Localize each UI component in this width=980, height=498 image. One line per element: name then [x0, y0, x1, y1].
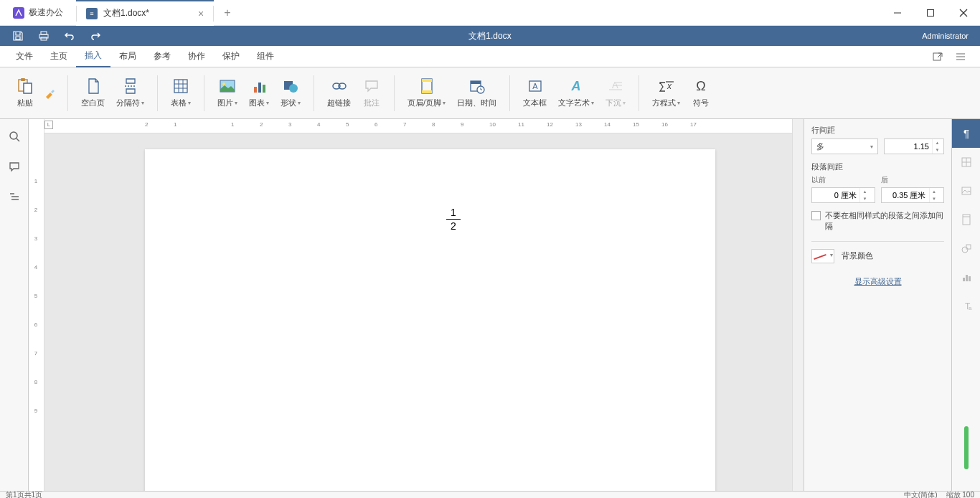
save-icon[interactable]: [11, 29, 24, 42]
table-label: 表格: [171, 98, 187, 108]
svg-rect-31: [422, 90, 432, 93]
svg-text:A: A: [532, 82, 538, 90]
zoom-status[interactable]: 缩放 100: [946, 491, 974, 498]
text-art-label: 文字艺术: [558, 98, 590, 108]
new-tab-button[interactable]: +: [214, 6, 240, 19]
menu-protect[interactable]: 保护: [214, 46, 248, 67]
svg-rect-4: [41, 32, 47, 34]
paragraph-settings-icon[interactable]: ¶: [952, 119, 981, 148]
svg-rect-23: [258, 83, 261, 93]
shape-settings-icon[interactable]: [952, 234, 981, 263]
equation-label: 方程式: [652, 98, 676, 108]
date-time-button[interactable]: 日期、时间: [451, 75, 502, 111]
table-button[interactable]: 表格▾: [165, 75, 197, 111]
menu-insert[interactable]: 插入: [76, 46, 110, 67]
svg-rect-61: [969, 276, 971, 281]
search-icon[interactable]: [7, 129, 22, 144]
shape-icon: [282, 77, 299, 95]
svg-rect-59: [963, 278, 965, 281]
maximize-button[interactable]: [914, 0, 947, 26]
comment-icon: [363, 77, 380, 95]
symbol-button[interactable]: Ω 符号: [686, 75, 716, 111]
svg-rect-24: [263, 85, 265, 93]
page-info[interactable]: 第1页共1页: [6, 491, 42, 498]
language-status[interactable]: 中文(简体): [904, 491, 938, 498]
close-window-button[interactable]: [947, 0, 980, 26]
drop-cap-button: A 下沉▾: [600, 75, 631, 111]
text-box-button[interactable]: A 文本框: [517, 75, 552, 111]
no-space-checkbox[interactable]: [811, 211, 821, 220]
comments-icon[interactable]: [7, 159, 22, 174]
paste-label: 粘贴: [17, 98, 33, 108]
separator-icon: [122, 77, 139, 95]
separator-label: 分隔符: [116, 98, 140, 108]
menu-references[interactable]: 参考: [145, 46, 179, 67]
bg-color-picker[interactable]: [811, 249, 834, 263]
blank-page-label: 空白页: [81, 98, 105, 108]
para-spacing-label: 段落间距: [811, 161, 944, 172]
menu-layout[interactable]: 布局: [110, 46, 145, 67]
view-options-icon[interactable]: [954, 50, 967, 63]
header-user[interactable]: Administrator: [922, 32, 980, 40]
open-location-icon[interactable]: [931, 50, 944, 63]
drop-cap-icon: A: [607, 77, 624, 95]
after-label: 后: [881, 175, 945, 185]
text-art-button[interactable]: A 文字艺术▾: [552, 75, 600, 111]
statusbar: 第1页共1页 中文(简体) 缩放 100: [0, 491, 980, 498]
app-tab[interactable]: 极速办公: [0, 0, 76, 26]
svg-point-57: [962, 247, 968, 253]
equation-button[interactable]: x 方程式▾: [646, 75, 686, 111]
text-art-settings-icon[interactable]: Ta: [952, 291, 981, 320]
comment-label: 批注: [364, 98, 380, 108]
svg-rect-22: [254, 87, 257, 93]
menu-home[interactable]: 主页: [42, 46, 76, 67]
main-area: 123456789 L 211234567891011121314151617 …: [0, 119, 980, 491]
shape-button[interactable]: 形状▾: [275, 75, 306, 111]
document-tab[interactable]: ≡ 文档1.docx* ×: [76, 0, 214, 26]
ruler-corner: L: [44, 121, 53, 129]
spacing-before-input[interactable]: ▲▼: [811, 187, 875, 203]
menu-file[interactable]: 文件: [7, 46, 42, 67]
text-box-icon: A: [527, 77, 544, 95]
svg-text:Ω: Ω: [696, 79, 705, 93]
hyperlink-button[interactable]: 超链接: [321, 75, 357, 111]
chart-button[interactable]: 图表▾: [243, 75, 275, 111]
separator-button[interactable]: 分隔符▾: [110, 75, 150, 111]
paste-button[interactable]: 粘贴: [10, 75, 40, 111]
menu-components[interactable]: 组件: [248, 46, 283, 67]
close-tab-button[interactable]: ×: [198, 8, 204, 19]
header-footer-settings-icon[interactable]: [952, 205, 981, 234]
headings-icon[interactable]: [7, 189, 22, 204]
svg-rect-13: [24, 83, 32, 93]
line-spacing-type-select[interactable]: 多▾: [811, 138, 878, 154]
comment-button: 批注: [357, 75, 387, 111]
table-settings-icon[interactable]: [952, 148, 981, 177]
vertical-scrollbar[interactable]: [792, 119, 804, 491]
svg-line-46: [17, 138, 19, 141]
fraction-bar: [446, 219, 461, 220]
menu-collaborate[interactable]: 协作: [179, 46, 214, 67]
chart-label: 图表: [249, 98, 265, 108]
header-bar: 文档1.docx Administrator: [0, 26, 980, 46]
show-advanced-link[interactable]: 显示高级设置: [811, 276, 944, 287]
line-spacing-value-input[interactable]: ▲▼: [884, 138, 944, 154]
print-icon[interactable]: [37, 29, 50, 42]
blank-page-button[interactable]: 空白页: [75, 75, 110, 111]
image-settings-icon[interactable]: [952, 177, 981, 205]
document-page[interactable]: 1 2: [145, 149, 715, 491]
text-box-label: 文本框: [523, 98, 547, 108]
svg-rect-33: [471, 81, 481, 84]
redo-icon[interactable]: [89, 29, 102, 42]
chart-settings-icon[interactable]: [952, 263, 981, 291]
format-painter-button[interactable]: [40, 83, 60, 103]
minimize-button[interactable]: [881, 0, 914, 26]
svg-rect-58: [966, 245, 971, 249]
header-footer-button[interactable]: 页眉/页脚▾: [402, 75, 451, 111]
vertical-ruler: 123456789: [29, 119, 44, 491]
equation-fraction[interactable]: 1 2: [446, 207, 461, 232]
header-footer-icon: [418, 77, 435, 95]
image-button[interactable]: 图片▾: [212, 75, 243, 111]
undo-icon[interactable]: [63, 29, 76, 42]
date-time-icon: [468, 77, 486, 95]
spacing-after-input[interactable]: ▲▼: [881, 187, 945, 203]
